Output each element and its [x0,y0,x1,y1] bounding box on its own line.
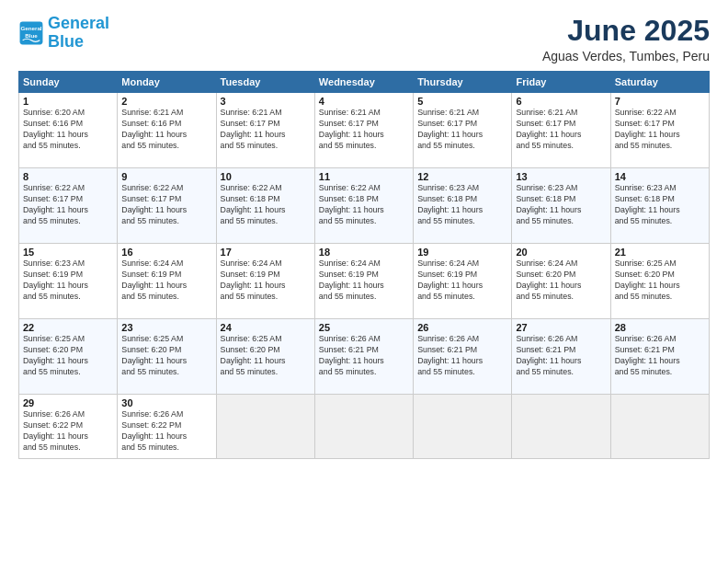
day-info: Sunrise: 6:24 AM Sunset: 6:20 PM Dayligh… [516,259,606,303]
day-info: Sunrise: 6:23 AM Sunset: 6:18 PM Dayligh… [615,183,705,227]
day-cell-20: 20 Sunrise: 6:24 AM Sunset: 6:20 PM Dayl… [512,244,610,319]
day-number: 15 [23,247,113,258]
day-info: Sunrise: 6:23 AM Sunset: 6:19 PM Dayligh… [23,259,113,303]
day-cell-21: 21 Sunrise: 6:25 AM Sunset: 6:20 PM Dayl… [610,244,709,319]
day-cell-6: 6 Sunrise: 6:21 AM Sunset: 6:17 PM Dayli… [512,93,610,168]
logo: General Blue General Blue [18,15,109,52]
day-number: 2 [121,96,211,107]
day-cell-2: 2 Sunrise: 6:21 AM Sunset: 6:16 PM Dayli… [118,93,216,168]
day-cell-10: 10 Sunrise: 6:22 AM Sunset: 6:18 PM Dayl… [216,168,314,244]
week-row-0: 1 Sunrise: 6:20 AM Sunset: 6:16 PM Dayli… [19,93,710,168]
day-cell-8: 8 Sunrise: 6:22 AM Sunset: 6:17 PM Dayli… [19,168,118,244]
day-number: 20 [516,247,606,258]
day-cell-18: 18 Sunrise: 6:24 AM Sunset: 6:19 PM Dayl… [314,244,413,319]
svg-text:General: General [20,25,41,31]
day-cell-28: 28 Sunrise: 6:26 AM Sunset: 6:21 PM Dayl… [610,319,709,395]
day-number: 29 [23,397,113,408]
month-title: June 2025 [542,15,710,47]
week-row-4: 29 Sunrise: 6:26 AM Sunset: 6:22 PM Dayl… [19,395,710,459]
day-cell-26: 26 Sunrise: 6:26 AM Sunset: 6:21 PM Dayl… [414,319,512,395]
day-info: Sunrise: 6:21 AM Sunset: 6:17 PM Dayligh… [417,108,507,152]
day-cell-29: 29 Sunrise: 6:26 AM Sunset: 6:22 PM Dayl… [19,395,118,459]
day-info: Sunrise: 6:22 AM Sunset: 6:17 PM Dayligh… [615,108,705,152]
day-number: 8 [23,171,113,182]
day-number: 28 [615,322,705,333]
day-number: 18 [319,247,409,258]
day-number: 3 [221,96,311,107]
day-cell-24: 24 Sunrise: 6:25 AM Sunset: 6:20 PM Dayl… [216,319,314,395]
day-info: Sunrise: 6:25 AM Sunset: 6:20 PM Dayligh… [121,334,211,378]
day-number: 11 [319,171,409,182]
week-row-3: 22 Sunrise: 6:25 AM Sunset: 6:20 PM Dayl… [19,319,710,395]
day-info: Sunrise: 6:20 AM Sunset: 6:16 PM Dayligh… [23,108,113,152]
header-thursday: Thursday [414,72,512,93]
day-cell-11: 11 Sunrise: 6:22 AM Sunset: 6:18 PM Dayl… [314,168,413,244]
day-info: Sunrise: 6:23 AM Sunset: 6:18 PM Dayligh… [516,183,606,227]
header-tuesday: Tuesday [216,72,314,93]
day-info: Sunrise: 6:26 AM Sunset: 6:22 PM Dayligh… [121,409,211,454]
day-info: Sunrise: 6:21 AM Sunset: 6:17 PM Dayligh… [319,108,409,152]
header-sunday: Sunday [19,72,118,93]
day-cell-27: 27 Sunrise: 6:26 AM Sunset: 6:21 PM Dayl… [512,319,610,395]
day-number: 6 [516,96,606,107]
day-cell-16: 16 Sunrise: 6:24 AM Sunset: 6:19 PM Dayl… [118,244,216,319]
logo-text: General Blue [48,15,109,52]
day-cell-9: 9 Sunrise: 6:22 AM Sunset: 6:17 PM Dayli… [118,168,216,244]
day-number: 14 [615,171,705,182]
title-block: June 2025 Aguas Verdes, Tumbes, Peru [542,15,710,63]
day-info: Sunrise: 6:26 AM Sunset: 6:22 PM Dayligh… [23,409,113,454]
day-cell-23: 23 Sunrise: 6:25 AM Sunset: 6:20 PM Dayl… [118,319,216,395]
weekday-header-row: Sunday Monday Tuesday Wednesday Thursday… [19,72,710,93]
empty-cell [314,395,413,459]
day-info: Sunrise: 6:24 AM Sunset: 6:19 PM Dayligh… [121,259,211,303]
day-number: 26 [417,322,507,333]
day-number: 9 [121,171,211,182]
day-info: Sunrise: 6:26 AM Sunset: 6:21 PM Dayligh… [615,334,705,378]
day-info: Sunrise: 6:26 AM Sunset: 6:21 PM Dayligh… [417,334,507,378]
day-info: Sunrise: 6:21 AM Sunset: 6:16 PM Dayligh… [121,108,211,152]
day-number: 16 [121,247,211,258]
header-friday: Friday [512,72,610,93]
day-number: 22 [23,322,113,333]
empty-cell [414,395,512,459]
day-number: 25 [319,322,409,333]
day-info: Sunrise: 6:26 AM Sunset: 6:21 PM Dayligh… [319,334,409,378]
day-info: Sunrise: 6:22 AM Sunset: 6:17 PM Dayligh… [121,183,211,227]
day-cell-5: 5 Sunrise: 6:21 AM Sunset: 6:17 PM Dayli… [414,93,512,168]
day-info: Sunrise: 6:21 AM Sunset: 6:17 PM Dayligh… [516,108,606,152]
svg-text:Blue: Blue [25,31,38,38]
day-number: 19 [417,247,507,258]
day-number: 4 [319,96,409,107]
day-number: 10 [221,171,311,182]
day-number: 27 [516,322,606,333]
day-cell-25: 25 Sunrise: 6:26 AM Sunset: 6:21 PM Dayl… [314,319,413,395]
day-number: 23 [121,322,211,333]
day-number: 30 [121,397,211,408]
day-number: 24 [221,322,311,333]
page: General Blue General Blue June 2025 Agua… [0,0,728,563]
day-number: 17 [221,247,311,258]
day-number: 12 [417,171,507,182]
day-cell-3: 3 Sunrise: 6:21 AM Sunset: 6:17 PM Dayli… [216,93,314,168]
empty-cell [216,395,314,459]
week-row-2: 15 Sunrise: 6:23 AM Sunset: 6:19 PM Dayl… [19,244,710,319]
day-info: Sunrise: 6:25 AM Sunset: 6:20 PM Dayligh… [23,334,113,378]
empty-cell [512,395,610,459]
day-cell-1: 1 Sunrise: 6:20 AM Sunset: 6:16 PM Dayli… [19,93,118,168]
day-cell-15: 15 Sunrise: 6:23 AM Sunset: 6:19 PM Dayl… [19,244,118,319]
day-number: 1 [23,96,113,107]
header-monday: Monday [118,72,216,93]
location: Aguas Verdes, Tumbes, Peru [542,49,710,63]
day-info: Sunrise: 6:24 AM Sunset: 6:19 PM Dayligh… [417,259,507,303]
day-cell-17: 17 Sunrise: 6:24 AM Sunset: 6:19 PM Dayl… [216,244,314,319]
header: General Blue General Blue June 2025 Agua… [18,15,710,63]
day-cell-19: 19 Sunrise: 6:24 AM Sunset: 6:19 PM Dayl… [414,244,512,319]
day-cell-12: 12 Sunrise: 6:23 AM Sunset: 6:18 PM Dayl… [414,168,512,244]
day-info: Sunrise: 6:21 AM Sunset: 6:17 PM Dayligh… [221,108,311,152]
header-wednesday: Wednesday [314,72,413,93]
day-info: Sunrise: 6:24 AM Sunset: 6:19 PM Dayligh… [221,259,311,303]
day-cell-14: 14 Sunrise: 6:23 AM Sunset: 6:18 PM Dayl… [610,168,709,244]
day-number: 7 [615,96,705,107]
day-info: Sunrise: 6:23 AM Sunset: 6:18 PM Dayligh… [417,183,507,227]
empty-cell [610,395,709,459]
